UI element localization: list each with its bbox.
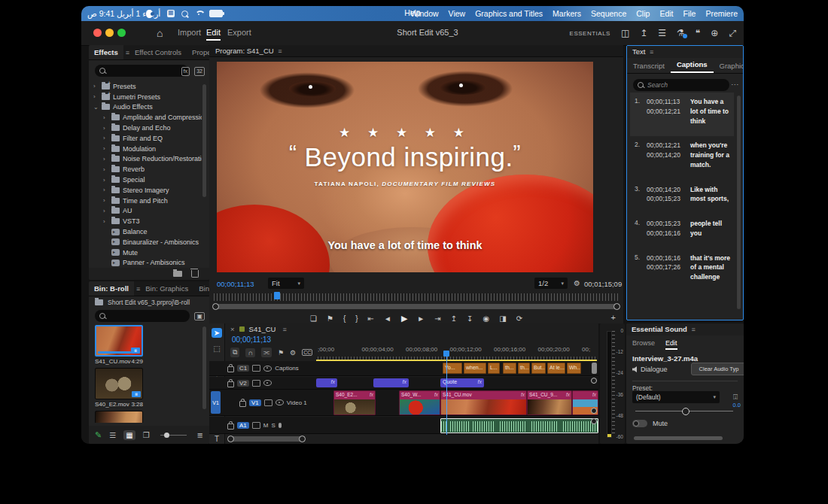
bin-search-input[interactable]	[95, 310, 190, 322]
timeline-horizontal-scrollbar[interactable]	[229, 436, 304, 442]
expand-chevron-icon[interactable]: ›	[103, 208, 108, 214]
track-visibility-icon[interactable]	[263, 380, 272, 386]
effects-tree-row[interactable]: › Reverb	[92, 164, 202, 175]
freeform-view-icon[interactable]: ❐	[143, 431, 150, 439]
type-tool[interactable]: T	[215, 435, 219, 443]
zoom-window-button[interactable]	[117, 29, 126, 37]
video-clip[interactable]: S41_CU.movfx	[440, 390, 527, 415]
audio-clip[interactable]	[440, 418, 598, 433]
caption-row[interactable]: 4. 00;00;15;2300;00;16;16 people tell yo…	[630, 214, 734, 249]
caption-text[interactable]: You have a lot of time to think	[690, 97, 732, 126]
edit-pencil-icon[interactable]: ✎	[95, 430, 102, 440]
effects-tree-row[interactable]: Balance	[92, 226, 202, 237]
menu-item[interactable]: Edit	[659, 9, 673, 18]
tab-export[interactable]: Export	[227, 28, 251, 37]
expand-chevron-icon[interactable]: ›	[103, 197, 108, 204]
effects-tree-row[interactable]: › VST3	[92, 216, 202, 226]
track-visibility-icon[interactable]	[275, 399, 284, 405]
clip-thumbnail[interactable]: ≣	[95, 411, 143, 423]
menu-item[interactable]: Markers	[553, 9, 581, 18]
compare-view-icon[interactable]: ◨	[499, 314, 506, 323]
track-badge-a1[interactable]: A1	[237, 422, 249, 429]
panel-menu-icon[interactable]: ≡	[692, 326, 696, 333]
lock-icon[interactable]	[227, 381, 234, 387]
solo-track-button[interactable]: S	[271, 422, 275, 429]
effects-tree-row[interactable]: › Filter and EQ	[92, 133, 202, 144]
export-frame-icon[interactable]: ◉	[482, 314, 489, 323]
bin-breadcrumb[interactable]: Short Edit v65_3.prproj\B-roll	[95, 299, 208, 306]
expand-chevron-icon[interactable]: ›	[93, 83, 99, 90]
find-icon[interactable]: ▣	[194, 312, 205, 320]
caption-text[interactable]: that it's more of a mental challenge	[690, 254, 732, 282]
menu-item[interactable]: View	[449, 9, 466, 18]
effects-tree-row[interactable]: › Time and Pitch	[92, 196, 202, 206]
sequence-tab[interactable]: × S41_CU ≡	[230, 325, 287, 333]
caption-clip[interactable]: But...	[531, 363, 546, 374]
new-bin-icon[interactable]	[173, 271, 182, 277]
caption-clip[interactable]: th...	[503, 363, 516, 374]
caption-clip[interactable]: Yo...	[443, 363, 462, 374]
search-plus-icon[interactable]: ⊕	[711, 28, 718, 38]
preset-dropdown[interactable]: (Default)▾	[632, 391, 720, 403]
video-clip[interactable]: S40_E2...fx	[333, 390, 376, 415]
tab-browse[interactable]: Browse	[632, 339, 655, 350]
expand-chevron-icon[interactable]: ›	[103, 187, 108, 193]
lock-icon[interactable]	[227, 424, 234, 430]
step-back-icon[interactable]: ◄	[384, 314, 391, 323]
effects-tree-row[interactable]: › Amplitude and Compression	[92, 112, 202, 123]
menu-item[interactable]: File	[683, 9, 696, 18]
tab-bin-audio[interactable]: Bin: Au	[193, 281, 209, 296]
expand-chevron-icon[interactable]: ›	[103, 177, 108, 184]
bin-clip[interactable]: ≣ S40_E2.mov3:28	[95, 368, 143, 408]
tab-effect-controls[interactable]: Effect Controls	[129, 45, 187, 59]
button-editor-plus[interactable]: +	[611, 313, 616, 322]
effects-tree-row[interactable]: › Modulation	[92, 144, 202, 154]
panel-menu-icon[interactable]: ≡	[282, 326, 286, 333]
extract-icon[interactable]: ↧	[467, 314, 473, 323]
expand-chevron-icon[interactable]: ›	[103, 145, 108, 152]
share-icon[interactable]: ↥	[640, 28, 647, 38]
video-clip[interactable]: S41_CU_9...fx	[527, 390, 572, 415]
track-resize-handle[interactable]	[591, 408, 597, 414]
tab-properties[interactable]: Propertie	[187, 45, 209, 59]
gain-value[interactable]: 0.0	[733, 402, 741, 408]
effects-tree-row[interactable]: › Stereo Imagery	[92, 185, 202, 196]
track-visibility-icon[interactable]	[263, 366, 272, 372]
program-monitor-title[interactable]: Program: S41_CU	[215, 47, 274, 55]
effects-tree-row[interactable]: › Lumetri Presets	[92, 92, 202, 102]
effects-tree-row[interactable]: ⌄ Audio Effects	[92, 102, 202, 113]
delete-icon[interactable]	[191, 270, 199, 278]
caption-row[interactable]: 5. 00;00;16;1600;00;17;26 that it's more…	[630, 249, 734, 293]
effects-tree-row[interactable]: › Delay and Echo	[92, 123, 202, 133]
tab-import[interactable]: Import	[178, 28, 201, 37]
effects-scrollbar[interactable]	[202, 84, 206, 197]
accelerated-effects-icon[interactable]: fx	[181, 67, 190, 76]
captions-scrollbar[interactable]	[737, 96, 741, 309]
frame-search-icon[interactable]: ❏	[310, 314, 317, 323]
effects-search-input[interactable]	[95, 65, 188, 77]
bin-clip[interactable]: ≣ S41_CU.mov4:29	[95, 325, 143, 365]
expand-chevron-icon[interactable]: ›	[103, 125, 108, 132]
workspace-label[interactable]: ESSENTIALS	[570, 30, 610, 37]
caption-text[interactable]: when you're training for a match.	[690, 141, 732, 169]
lock-icon[interactable]	[227, 366, 234, 372]
lift-icon[interactable]: ↥	[451, 314, 457, 323]
mute-toggle[interactable]	[632, 420, 647, 427]
play-icon[interactable]: ▶	[401, 314, 407, 323]
captions-search-input[interactable]: Search	[633, 79, 729, 91]
tab-transcript[interactable]: Transcript	[627, 62, 671, 70]
linked-selection-icon[interactable]: ⫘	[261, 348, 272, 357]
caption-text[interactable]: Like with most sports,	[690, 185, 732, 205]
expand-chevron-icon[interactable]: ›	[93, 93, 99, 100]
settings-wrench-icon[interactable]: ⚙	[574, 279, 580, 287]
add-marker-icon[interactable]: ⚑	[327, 314, 333, 323]
menu-item[interactable]: Premiere	[705, 9, 738, 18]
scroll-handle[interactable]	[212, 303, 219, 310]
caption-row[interactable]: 1. 00;00;11;1300;00;12;21 You have a lot…	[630, 93, 734, 136]
track-meta-icon[interactable]	[264, 399, 272, 406]
nest-icon[interactable]: ⧉	[230, 348, 239, 357]
tab-edit[interactable]: Edit	[206, 28, 221, 41]
marker-icon[interactable]: ⚑	[278, 349, 284, 357]
home-icon[interactable]: ⌂	[157, 27, 163, 39]
workspace-icon[interactable]: ◫	[621, 28, 629, 38]
